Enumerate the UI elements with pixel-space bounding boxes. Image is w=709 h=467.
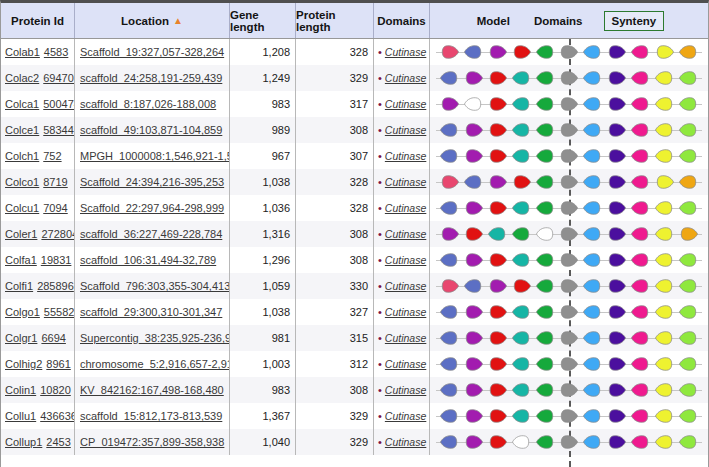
- synteny-gene-glyph-green-left[interactable]: [535, 252, 556, 268]
- synteny-gene-glyph-yellow-left[interactable]: [654, 70, 675, 86]
- synteny-gene-glyph-magenta-left[interactable]: [630, 96, 651, 112]
- domain-link[interactable]: Cutinase: [385, 306, 426, 318]
- synteny-gene-glyph-indigo-right[interactable]: [606, 304, 627, 320]
- location-link[interactable]: scaffold_106:31,494-32,789: [80, 254, 216, 266]
- synteny-gene-glyph-purple-right[interactable]: [463, 252, 484, 268]
- synteny-gene-glyph-purple-right[interactable]: [463, 382, 484, 398]
- synteny-gene-glyph-rose-right[interactable]: [439, 44, 460, 60]
- synteny-gene-glyph-sky-left[interactable]: [582, 70, 603, 86]
- protein-id-link[interactable]: 10820: [40, 384, 71, 396]
- synteny-gene-glyph-teal-left[interactable]: [511, 252, 532, 268]
- synteny-gene-glyph-purple-right[interactable]: [463, 330, 484, 346]
- synteny-gene-glyph-red-right[interactable]: [511, 174, 532, 190]
- synteny-gene-glyph-sky-left[interactable]: [582, 408, 603, 424]
- synteny-gene-glyph-magenta-left[interactable]: [630, 356, 651, 372]
- synteny-gene-glyph-indigo-right[interactable]: [606, 44, 627, 60]
- synteny-gene-glyph-yellow-left[interactable]: [654, 148, 675, 164]
- synteny-gene-glyph-indigo-right[interactable]: [606, 330, 627, 346]
- synteny-gene-glyph-sky-left[interactable]: [582, 434, 603, 450]
- synteny-gene-glyph-lime-left[interactable]: [678, 408, 699, 424]
- synteny-gene-glyph-orange-left[interactable]: [678, 174, 699, 190]
- synteny-gene-glyph-magenta-left[interactable]: [630, 330, 651, 346]
- protein-name-link[interactable]: Colhig2: [5, 358, 42, 370]
- synteny-gene-glyph-red-right[interactable]: [487, 252, 508, 268]
- synteny-gene-glyph-yellow-left[interactable]: [654, 434, 675, 450]
- synteny-gene-glyph-white-left[interactable]: [463, 96, 484, 112]
- synteny-gene-glyph-magenta-left[interactable]: [630, 382, 651, 398]
- domain-link[interactable]: Cutinase: [385, 46, 426, 58]
- synteny-gene-glyph-yellow-left[interactable]: [654, 356, 675, 372]
- synteny-gene-glyph-white-left[interactable]: [511, 434, 532, 450]
- location-link[interactable]: CP_019472:357,899-358,938: [80, 436, 224, 448]
- synteny-gene-glyph-purple-right[interactable]: [487, 44, 508, 60]
- synteny-gene-glyph-magenta-left[interactable]: [630, 408, 651, 424]
- protein-id-link[interactable]: 694707: [43, 72, 75, 84]
- synteny-gene-glyph-yellow-right[interactable]: [654, 44, 675, 60]
- synteny-gene-glyph-sky-left[interactable]: [582, 96, 603, 112]
- domain-link[interactable]: Cutinase: [385, 358, 426, 370]
- synteny-gene-glyph-indigo-right[interactable]: [606, 200, 627, 216]
- synteny-gene-glyph-blue-left[interactable]: [439, 434, 460, 450]
- synteny-gene-glyph-gray-right[interactable]: [558, 44, 579, 60]
- synteny-gene-glyph-green-left[interactable]: [535, 304, 556, 320]
- domain-link[interactable]: Cutinase: [385, 332, 426, 344]
- synteny-gene-glyph-sky-left[interactable]: [582, 174, 603, 190]
- protein-id-link[interactable]: 583447: [43, 124, 75, 136]
- synteny-gene-glyph-lime-left[interactable]: [678, 356, 699, 372]
- synteny-gene-glyph-indigo-right[interactable]: [606, 122, 627, 138]
- synteny-gene-glyph-green-left[interactable]: [535, 148, 556, 164]
- protein-id-link[interactable]: 6694: [41, 332, 65, 344]
- domain-link[interactable]: Cutinase: [385, 202, 426, 214]
- synteny-gene-glyph-blue-left[interactable]: [439, 382, 460, 398]
- synteny-gene-glyph-purple-right[interactable]: [463, 356, 484, 372]
- synteny-gene-glyph-indigo-right[interactable]: [606, 434, 627, 450]
- synteny-gene-glyph-blue-left[interactable]: [463, 278, 484, 294]
- synteny-gene-glyph-magenta-left[interactable]: [630, 434, 651, 450]
- synteny-gene-glyph-magenta-left[interactable]: [630, 200, 651, 216]
- synteny-gene-glyph-purple-right[interactable]: [439, 96, 460, 112]
- domain-link[interactable]: Cutinase: [385, 124, 426, 136]
- synteny-gene-glyph-blue-left[interactable]: [439, 148, 460, 164]
- synteny-gene-glyph-teal-left[interactable]: [511, 200, 532, 216]
- synteny-gene-glyph-green-left[interactable]: [535, 200, 556, 216]
- location-link[interactable]: scaffold_36:227,469-228,784: [80, 228, 222, 240]
- synteny-gene-glyph-orange-right[interactable]: [678, 226, 699, 242]
- synteny-gene-glyph-sky-left[interactable]: [582, 330, 603, 346]
- protein-name-link[interactable]: Colab1: [5, 46, 40, 58]
- synteny-gene-glyph-yellow-left[interactable]: [654, 382, 675, 398]
- synteny-gene-glyph-purple-right[interactable]: [463, 70, 484, 86]
- synteny-view-button[interactable]: Synteny: [604, 11, 665, 31]
- synteny-gene-glyph-magenta-left[interactable]: [630, 278, 651, 294]
- synteny-gene-glyph-lime-left[interactable]: [678, 96, 699, 112]
- synteny-gene-glyph-orange-left[interactable]: [678, 44, 699, 60]
- protein-id-link[interactable]: 285896: [37, 280, 74, 292]
- synteny-gene-glyph-lime-left[interactable]: [678, 382, 699, 398]
- protein-name-link[interactable]: Colfa1: [5, 254, 37, 266]
- protein-id-link[interactable]: 752: [43, 150, 61, 162]
- synteny-gene-glyph-indigo-right[interactable]: [606, 148, 627, 164]
- synteny-gene-glyph-purple-right[interactable]: [439, 226, 460, 242]
- synteny-gene-glyph-sky-left[interactable]: [582, 148, 603, 164]
- synteny-gene-glyph-green-left[interactable]: [535, 330, 556, 346]
- location-link[interactable]: MPGH_1000008:1,546,921-1,547,887: [80, 150, 230, 162]
- synteny-gene-glyph-yellow-left[interactable]: [654, 122, 675, 138]
- synteny-gene-glyph-red-right[interactable]: [463, 226, 484, 242]
- protein-id-link[interactable]: 8719: [43, 176, 67, 188]
- synteny-gene-glyph-blue-left[interactable]: [439, 408, 460, 424]
- synteny-gene-glyph-blue-left[interactable]: [463, 174, 484, 190]
- domain-link[interactable]: Cutinase: [385, 228, 426, 240]
- synteny-gene-glyph-yellow-left[interactable]: [654, 330, 675, 346]
- synteny-gene-glyph-gray-right[interactable]: [558, 200, 579, 216]
- synteny-gene-glyph-sky-left[interactable]: [582, 304, 603, 320]
- synteny-gene-glyph-lime-left[interactable]: [678, 252, 699, 268]
- column-header-gene-length[interactable]: Gene length: [230, 3, 296, 38]
- synteny-gene-glyph-red-right[interactable]: [487, 148, 508, 164]
- synteny-gene-glyph-blue-left[interactable]: [439, 252, 460, 268]
- synteny-gene-glyph-gray-right[interactable]: [558, 382, 579, 398]
- synteny-gene-glyph-purple-right[interactable]: [463, 304, 484, 320]
- location-link[interactable]: scaffold_24:258,191-259,439: [80, 72, 222, 84]
- location-link[interactable]: scaffold_29:300,310-301,347: [80, 306, 222, 318]
- protein-name-link[interactable]: Colac2: [5, 72, 39, 84]
- protein-id-link[interactable]: 272804: [41, 228, 75, 240]
- synteny-gene-glyph-lime-left[interactable]: [678, 278, 699, 294]
